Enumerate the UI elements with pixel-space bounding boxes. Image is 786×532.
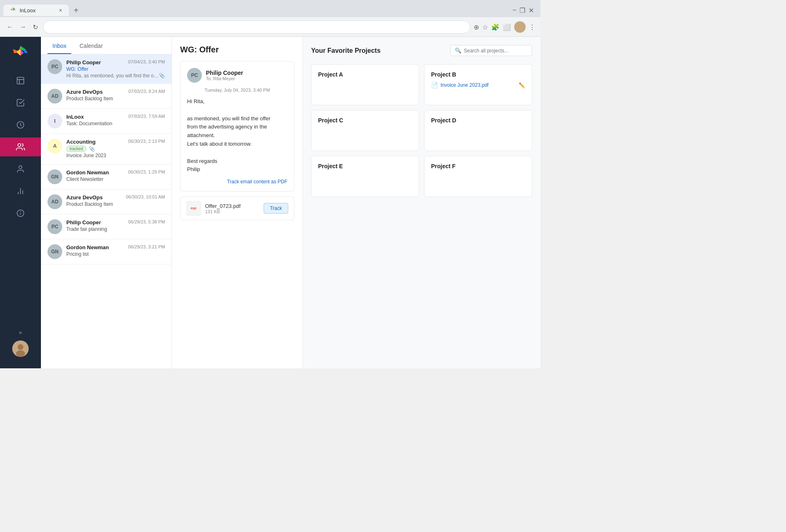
- sidebar-item-team[interactable]: [0, 138, 41, 156]
- message-sender-name: Philip Cooper: [206, 70, 243, 76]
- email-subject-2: Product Backlog Item: [66, 96, 165, 101]
- attachment-icon-4: 📎: [89, 146, 95, 152]
- tab-inbox[interactable]: Inbox: [47, 37, 71, 54]
- email-item-1[interactable]: PC Philip Cooper 07/04/23, 3:40 PM WG: O…: [41, 54, 172, 84]
- search-projects-input[interactable]: [464, 48, 528, 54]
- sidebar-expand-button[interactable]: »: [19, 329, 22, 336]
- project-f-name: Project F: [431, 163, 525, 169]
- email-date-3: 07/03/23, 7:59 AM: [129, 114, 165, 119]
- email-header-2: Azure DevOps 07/03/23, 8:24 AM: [66, 89, 165, 95]
- message-body-line1: as mentioned, you will find the offer: [187, 115, 287, 123]
- email-item-8[interactable]: GN Gordon Newman 06/29/23, 3:21 PM Prici…: [41, 239, 172, 264]
- email-header-4: Accounting 06/30/23, 2:13 PM: [66, 139, 165, 145]
- email-content-7: Philip Cooper 06/29/23, 5:38 PM Trade fa…: [66, 219, 165, 233]
- message-body-line4: Let's talk about it tomorrow.: [187, 140, 287, 149]
- address-bar[interactable]: [43, 20, 470, 34]
- email-detail-panel: WG: Offer PC Philip Cooper To: Rita Meye…: [172, 37, 303, 368]
- message-date: Tuesday, July 04, 2023, 3:40 PM: [187, 88, 287, 92]
- email-item-7[interactable]: PC Philip Cooper 06/29/23, 5:38 PM Trade…: [41, 214, 172, 239]
- email-item-4[interactable]: A Accounting 06/30/23, 2:13 PM tracked 📎…: [41, 134, 172, 165]
- project-b-file-icon: 📄: [431, 82, 438, 88]
- email-message-card: PC Philip Cooper To: Rita Meyer Tuesday,…: [180, 61, 294, 192]
- project-b-edit-icon[interactable]: ✏️: [519, 82, 525, 88]
- browser-profile-avatar[interactable]: [514, 21, 526, 33]
- close-window-icon[interactable]: ✕: [529, 7, 534, 14]
- restore-icon[interactable]: ❐: [519, 7, 525, 14]
- cast-icon[interactable]: ⊕: [474, 23, 479, 31]
- extension-icon[interactable]: 🧩: [491, 23, 499, 31]
- message-body-line3: attachment.: [187, 131, 287, 140]
- message-sign1: Best regards: [187, 157, 287, 166]
- email-content-6: Azure DevOps 06/30/23, 10:01 AM Product …: [66, 194, 165, 208]
- email-header-1: Philip Cooper 07/04/23, 3:40 PM: [66, 59, 165, 65]
- projects-panel: Your Favorite Projects 🔍 Project A Proje…: [303, 37, 540, 368]
- email-date-8: 06/29/23, 3:21 PM: [128, 244, 165, 249]
- email-sender-1: Philip Cooper: [66, 59, 101, 65]
- email-item-2[interactable]: AD Azure DevOps 07/03/23, 8:24 AM Produc…: [41, 84, 172, 109]
- new-tab-button[interactable]: +: [70, 6, 82, 15]
- bookmark-icon[interactable]: ☆: [482, 23, 488, 31]
- project-card-d[interactable]: Project D: [424, 110, 532, 151]
- back-button[interactable]: ←: [5, 22, 15, 32]
- fullscreen-icon[interactable]: ⬜: [503, 23, 511, 31]
- track-attachment-button[interactable]: Track: [264, 203, 288, 214]
- project-card-c[interactable]: Project C: [311, 110, 419, 151]
- email-item-3[interactable]: I InLoox 07/03/23, 7:59 AM Task: Documen…: [41, 109, 172, 134]
- email-list-panel: Inbox Calendar PC Philip Cooper 07/04/23…: [41, 37, 172, 368]
- sidebar-item-contacts[interactable]: [0, 160, 41, 178]
- refresh-button[interactable]: ↻: [31, 22, 40, 33]
- svg-point-4: [18, 144, 21, 147]
- message-to: To: Rita Meyer: [206, 76, 243, 81]
- project-card-a[interactable]: Project A: [311, 64, 419, 105]
- sidebar-item-reports[interactable]: [0, 182, 41, 201]
- project-card-f[interactable]: Project F: [424, 156, 532, 197]
- email-item-6[interactable]: AD Azure DevOps 06/30/23, 10:01 AM Produ…: [41, 189, 172, 214]
- project-c-name: Project C: [318, 117, 412, 124]
- avatar-gordon-newman-2: GN: [47, 244, 62, 259]
- email-subject-3: Task: Documentation: [66, 121, 165, 126]
- forward-button[interactable]: →: [18, 22, 28, 32]
- tab-bar: InLoox × + − ❐ ✕: [0, 0, 540, 17]
- tab-close-button[interactable]: ×: [59, 7, 62, 14]
- sidebar-item-time[interactable]: [0, 115, 41, 134]
- project-b-name: Project B: [431, 71, 525, 78]
- active-tab[interactable]: InLoox ×: [3, 5, 69, 16]
- sidebar-item-tasks[interactable]: [0, 93, 41, 112]
- projects-title: Your Favorite Projects: [311, 47, 381, 54]
- sidebar-user-avatar[interactable]: [12, 340, 29, 357]
- email-sender-5: Gordon Newman: [66, 169, 109, 176]
- main-content: Inbox Calendar PC Philip Cooper 07/04/23…: [41, 37, 540, 368]
- menu-icon[interactable]: ⋮: [529, 23, 535, 31]
- attachment-filename: Offer_0723.pdf: [205, 203, 241, 209]
- email-detail-title: WG: Offer: [180, 45, 294, 54]
- app-container: » Inbox Calendar PC: [0, 37, 540, 368]
- attachment-icon-1: 📎: [159, 73, 165, 79]
- project-card-b[interactable]: Project B 📄 Invoice June 2023.pdf ✏️: [424, 64, 532, 105]
- sidebar: »: [0, 37, 41, 368]
- email-subject-8: Pricing list: [66, 251, 165, 257]
- tab-calendar[interactable]: Calendar: [75, 37, 108, 54]
- avatar-philip-cooper-1: PC: [47, 59, 62, 74]
- sidebar-item-info[interactable]: [0, 204, 41, 223]
- browser-icons: ⊕ ☆ 🧩 ⬜ ⋮: [474, 21, 535, 33]
- message-body: Hi Rita, as mentioned, you will find the…: [187, 97, 287, 174]
- attachment-size: 131 KB: [205, 209, 241, 214]
- message-sign2: Philip: [187, 165, 287, 174]
- project-card-e[interactable]: Project E: [311, 156, 419, 197]
- sidebar-item-pages[interactable]: [0, 71, 41, 90]
- email-date-5: 06/30/23, 1:29 PM: [128, 169, 165, 174]
- track-pdf-link[interactable]: Track email content as PDF: [187, 179, 287, 185]
- email-item-5[interactable]: GN Gordon Newman 06/30/23, 1:29 PM Clien…: [41, 165, 172, 189]
- avatar-philip-cooper-2: PC: [47, 219, 62, 234]
- email-subject-5: Client Newsletter: [66, 176, 165, 182]
- message-sender-avatar: PC: [187, 68, 202, 83]
- email-subject-1: WG: Offer: [66, 66, 165, 72]
- svg-point-11: [16, 350, 25, 357]
- email-subject-4: Invoice June 2023: [66, 153, 165, 158]
- pdf-file-icon: PDF: [186, 201, 201, 216]
- email-meta-4: tracked 📎: [66, 146, 165, 152]
- sidebar-logo[interactable]: [11, 43, 30, 65]
- attachment-card: PDF Offer_0723.pdf 131 KB Track: [180, 196, 294, 220]
- email-sender-2: Azure DevOps: [66, 89, 103, 95]
- minimize-icon[interactable]: −: [513, 7, 516, 14]
